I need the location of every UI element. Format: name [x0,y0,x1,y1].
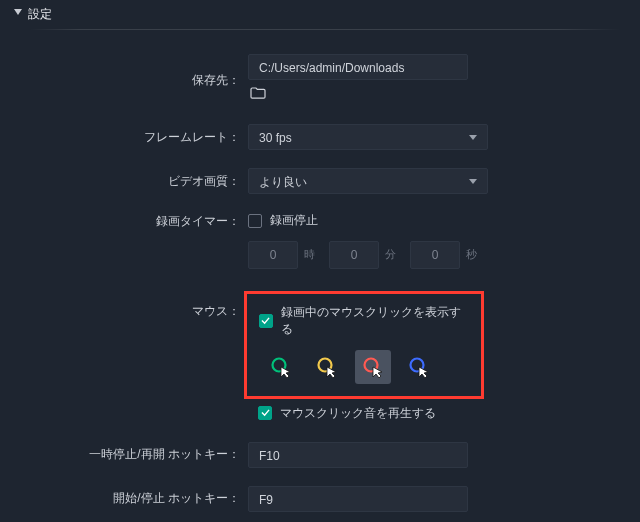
timer-hours-input[interactable]: 0 [248,241,298,269]
quality-label: ビデオ画質： [0,173,248,190]
row-quality: ビデオ画質： より良い [0,168,640,194]
timer-minutes: 0 分 [329,241,396,269]
folder-icon [250,86,266,100]
save-path-label: 保存先： [0,72,248,89]
timer-seconds-input[interactable]: 0 [410,241,460,269]
startstop-hotkey-input[interactable]: F9 [248,486,468,512]
show-clicks-label: 録画中のマウスクリックを表示する [281,304,469,338]
row-save-path: 保存先： C:/Users/admin/Downloads [0,54,640,106]
timer-minutes-input[interactable]: 0 [329,241,379,269]
row-timer: 録画タイマー： 録画停止 [0,212,640,231]
pause-hotkey-input[interactable]: F10 [248,442,468,468]
browse-folder-button[interactable] [248,80,268,106]
cursor-color-options [263,350,469,384]
cursor-color-green[interactable] [263,350,299,384]
timer-stop-label: 録画停止 [270,212,318,229]
save-path-field: C:/Users/admin/Downloads [248,54,488,106]
quality-field: より良い [248,168,488,194]
framerate-select[interactable]: 30 fps [248,124,488,150]
chevron-down-icon [14,9,22,15]
timer-seconds: 0 秒 [410,241,477,269]
mouse-label: マウス： [0,303,248,320]
pause-hotkey-label: 一時停止/再開 ホットキー： [0,446,248,463]
timer-hours-unit: 時 [304,247,315,262]
timer-hours: 0 時 [248,241,315,269]
mouse-highlight-box: 録画中のマウスクリックを表示する [244,291,484,399]
framerate-label: フレームレート： [0,129,248,146]
quality-value: より良い [259,175,307,189]
settings-section-header[interactable]: 設定 [0,0,640,29]
cursor-color-yellow[interactable] [309,350,345,384]
checkbox-box [248,214,262,228]
section-separator [0,29,640,30]
framerate-field: 30 fps [248,124,488,150]
timer-label: 録画タイマー： [0,213,248,230]
save-path-input[interactable]: C:/Users/admin/Downloads [248,54,468,80]
framerate-value: 30 fps [259,131,292,145]
show-clicks-checkbox[interactable]: 録画中のマウスクリックを表示する [259,304,469,338]
cursor-color-red[interactable] [355,350,391,384]
checkbox-box [259,314,273,328]
chevron-down-icon [469,135,477,140]
chevron-down-icon [469,179,477,184]
row-startstop-hotkey: 開始/停止 ホットキー： F9 [0,486,640,512]
timer-minutes-unit: 分 [385,247,396,262]
startstop-hotkey-field: F9 [248,486,488,512]
timer-stop-checkbox[interactable]: 録画停止 [248,212,318,229]
timer-field: 録画停止 [248,212,488,231]
quality-select[interactable]: より良い [248,168,488,194]
checkbox-box [258,406,272,420]
timer-seconds-unit: 秒 [466,247,477,262]
startstop-hotkey-label: 開始/停止 ホットキー： [0,490,248,507]
section-title: 設定 [28,7,52,21]
timer-inputs: 0 時 0 分 0 秒 [248,241,640,269]
pause-hotkey-field: F10 [248,442,488,468]
cursor-color-blue[interactable] [401,350,437,384]
play-click-sound-label: マウスクリック音を再生する [280,405,436,422]
row-pause-hotkey: 一時停止/再開 ホットキー： F10 [0,442,640,468]
play-click-sound-checkbox[interactable]: マウスクリック音を再生する [258,405,436,422]
row-framerate: フレームレート： 30 fps [0,124,640,150]
